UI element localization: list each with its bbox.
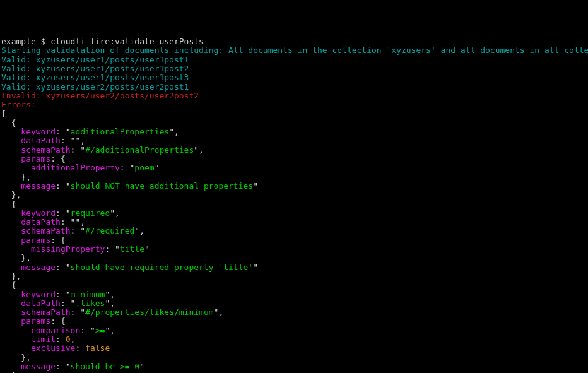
error-object-open: { (1, 281, 587, 290)
valid-line: Valid: xyzusers/user1/posts/user1post3 (1, 73, 587, 82)
valid-path: xyzusers/user1/posts/user1post1 (36, 55, 189, 64)
error-object-open: { (1, 119, 587, 127)
valid-line: Valid: xyzusers/user1/posts/user1post2 (1, 64, 587, 73)
error-params-open: params: { (1, 317, 587, 326)
error-message-line: message: "should NOT have additional pro… (1, 182, 587, 191)
valid-label: Valid: (1, 64, 36, 73)
error-object-open: { (1, 200, 587, 209)
valid-label: Valid: (1, 55, 36, 64)
error-schemapath-line: schemaPath: "#/additionalProperties", (1, 146, 587, 155)
valid-label: Valid: (1, 73, 36, 82)
valid-path: xyzusers/user2/posts/user2post1 (36, 82, 189, 92)
errors-header: Errors: (1, 100, 587, 109)
error-params-open: params: { (1, 236, 587, 245)
error-message-line: message: "should be >= 0" (1, 362, 587, 371)
error-comparison-line: comparison: ">=", (1, 326, 587, 335)
error-params-close: }, (1, 254, 587, 263)
start-message: Starting validatation of documents inclu… (1, 46, 587, 55)
error-keyword-line: keyword: "required", (1, 209, 587, 218)
error-message-line: message: "should have required property … (1, 263, 587, 272)
terminal-output: example $ cloudli fire:validate userPost… (1, 37, 587, 373)
error-datapath-line: dataPath: "", (1, 136, 587, 145)
error-keyword-line: keyword: "additionalProperties", (1, 127, 587, 136)
valid-label: Valid: (1, 82, 36, 92)
error-datapath-line: dataPath: ".likes", (1, 299, 587, 308)
error-params-open: params: { (1, 155, 587, 163)
error-params-close: }, (1, 173, 587, 182)
prompt-prefix: example $ (1, 37, 50, 46)
error-object-close: }, (1, 272, 587, 281)
error-param-line: additionalProperty: "poem" (1, 163, 587, 172)
error-exclusive-line: exclusive: false (1, 344, 587, 353)
command-text: cloudli fire:validate userPosts (50, 37, 204, 46)
error-params-close: }, (1, 353, 587, 362)
error-limit-line: limit: 0, (1, 335, 587, 344)
error-object-close: }, (1, 191, 587, 199)
valid-path: xyzusers/user1/posts/user1post3 (36, 73, 189, 82)
error-param-line: missingProperty: "title" (1, 245, 587, 254)
error-schemapath-line: schemaPath: "#/required", (1, 227, 587, 235)
invalid-line: Invalid: xyzusers/user2/posts/user2post2 (1, 92, 587, 100)
invalid-path: xyzusers/user2/posts/user2post2 (45, 91, 199, 100)
error-keyword-line: keyword: "minimum", (1, 290, 587, 299)
valid-line: Valid: xyzusers/user2/posts/user2post1 (1, 83, 587, 92)
valid-path: xyzusers/user1/posts/user1post2 (36, 64, 189, 73)
valid-line: Valid: xyzusers/user1/posts/user1post1 (1, 56, 587, 64)
error-datapath-line: dataPath: "", (1, 218, 587, 227)
bracket-open-array: [ (1, 110, 587, 119)
invalid-label: Invalid: (1, 91, 45, 100)
error-schemapath-line: schemaPath: "#/properties/likes/minimum"… (1, 308, 587, 317)
